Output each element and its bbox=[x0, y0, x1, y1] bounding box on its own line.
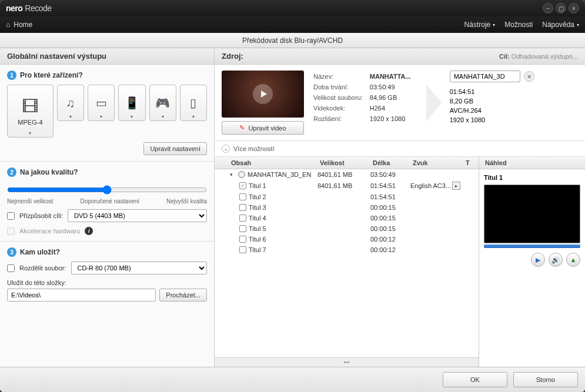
pencil-icon: ✎ bbox=[239, 124, 245, 132]
chevron-down-icon: ▾ bbox=[192, 114, 195, 119]
options-menu[interactable]: Možnosti bbox=[504, 21, 533, 29]
gamepad-icon: 🎮 bbox=[155, 96, 170, 110]
col-content[interactable]: Obsah bbox=[219, 159, 317, 166]
save-path-input[interactable] bbox=[7, 289, 156, 301]
source-meta: Název:MANHATTA... Doba trvání:03:50:49 V… bbox=[312, 71, 418, 125]
footer: OK Storno bbox=[0, 367, 585, 392]
device-mpeg4-label: MPEG-4 bbox=[18, 119, 42, 126]
split-file-checkbox[interactable] bbox=[7, 264, 15, 272]
app-logo: neroRecode bbox=[6, 4, 52, 13]
section-quality-head: 2 Na jakou kvalitu? bbox=[7, 167, 207, 177]
quality-max-label: Nejvyšší kvalita bbox=[166, 198, 207, 205]
section-device-heading: Pro které zařízení? bbox=[20, 71, 83, 79]
preview-title: Titul 1 bbox=[484, 174, 580, 181]
maximize-button[interactable]: ▢ bbox=[556, 3, 566, 14]
horizontal-scrollbar[interactable]: ••• bbox=[215, 357, 479, 367]
edit-settings-button[interactable]: Upravit nastavení bbox=[143, 142, 207, 155]
title-checkbox[interactable] bbox=[239, 204, 246, 211]
section-save-heading: Kam uložit? bbox=[20, 248, 60, 256]
device-tv[interactable]: ▭▾ bbox=[88, 85, 115, 121]
film-icon: 🎞 bbox=[22, 97, 38, 116]
tree-item[interactable]: Titul 400:00:15 bbox=[215, 213, 479, 223]
col-size[interactable]: Velikost bbox=[317, 159, 370, 166]
section-device: 1 Pro které zařízení? 🎞 MPEG-4 ▾ ♫▾ ▭▾ 📱… bbox=[0, 65, 214, 162]
preview-play-button[interactable]: ▶ bbox=[531, 253, 545, 267]
minimize-button[interactable]: − bbox=[543, 3, 553, 14]
device-game[interactable]: 🎮▾ bbox=[149, 85, 176, 121]
tree-item[interactable]: Titul 700:00:12 bbox=[215, 244, 479, 255]
tree-item[interactable]: Titul 600:00:12 bbox=[215, 234, 479, 244]
src-duration: 03:50:49 bbox=[370, 82, 417, 92]
device-mpeg4[interactable]: 🎞 MPEG-4 ▾ bbox=[7, 85, 54, 138]
expand-icon: ▾ bbox=[230, 172, 236, 177]
device-phone[interactable]: 📱▾ bbox=[118, 85, 145, 121]
src-res: 1920 x 1080 bbox=[370, 114, 417, 123]
title-checkbox[interactable] bbox=[239, 193, 246, 200]
src-vcodec: H264 bbox=[370, 103, 417, 113]
browse-button[interactable]: Procházet... bbox=[159, 289, 207, 301]
fit-target-checkbox[interactable] bbox=[7, 212, 15, 220]
device-audio[interactable]: ♫▾ bbox=[57, 85, 84, 121]
tree-item[interactable]: Titul 201:54:51 bbox=[215, 192, 479, 202]
play-icon bbox=[253, 84, 273, 104]
cancel-button[interactable]: Storno bbox=[513, 372, 578, 387]
content-area: Globální nastavení výstupu 1 Pro které z… bbox=[0, 48, 585, 367]
source-heading: Zdroj: bbox=[222, 52, 243, 61]
col-audio[interactable]: Zvuk bbox=[410, 159, 463, 166]
source-body: ✎ Upravit video Název:MANHATTA... Doba t… bbox=[215, 65, 585, 141]
ok-button[interactable]: OK bbox=[443, 372, 507, 387]
preview-up-button[interactable]: ▲ bbox=[566, 253, 580, 267]
device-player[interactable]: ▯▾ bbox=[180, 85, 207, 121]
tools-menu[interactable]: Nástroje▾ bbox=[464, 21, 496, 29]
close-button[interactable]: × bbox=[569, 3, 579, 14]
title-checkbox[interactable] bbox=[239, 225, 246, 232]
tree-root[interactable]: ▾ MANHATTAN_3D_EN8401,61 MB03:50:49 bbox=[215, 169, 479, 180]
title-checkbox[interactable] bbox=[239, 215, 246, 222]
target-heading: Cíl: Odhadovaná výstupn... bbox=[499, 53, 578, 60]
preview-audio-button[interactable]: 🔊 bbox=[549, 253, 563, 267]
fit-target-label: Přizpůsobit cíli: bbox=[19, 212, 63, 219]
tree-item[interactable]: Titul 500:00:15 bbox=[215, 223, 479, 234]
disc-icon bbox=[238, 171, 245, 178]
preview-heading: Náhled bbox=[479, 157, 585, 169]
section-device-head: 1 Pro které zařízení? bbox=[7, 71, 207, 80]
col-length[interactable]: Délka bbox=[370, 159, 410, 166]
lower-area: Obsah Velikost Délka Zvuk T ▾ MANHATTAN_… bbox=[215, 157, 585, 367]
help-menu[interactable]: Nápověda▾ bbox=[542, 21, 579, 29]
info-icon[interactable]: i bbox=[85, 227, 93, 235]
page-title: Překódovat disk Blu-ray/AVCHD bbox=[242, 36, 343, 45]
tree-header: Obsah Velikost Délka Zvuk T bbox=[215, 157, 479, 169]
preview-video bbox=[484, 185, 580, 243]
edit-video-button[interactable]: ✎ Upravit video bbox=[222, 121, 304, 135]
tree-item[interactable]: ✓ Titul 18401,61 MB01:54:51English AC3..… bbox=[215, 180, 479, 192]
col-t[interactable]: T bbox=[463, 159, 474, 166]
dest-name-input[interactable] bbox=[450, 71, 520, 82]
dst-filesize: 8,20 GB bbox=[450, 98, 534, 105]
toolbar: Překódovat disk Blu-ray/AVCHD bbox=[0, 33, 585, 48]
music-icon: ♫ bbox=[66, 96, 75, 110]
arrow-right-icon bbox=[426, 84, 442, 122]
save-to-label: Uložit do této složky: bbox=[7, 279, 207, 286]
product-text: Recode bbox=[25, 4, 51, 13]
title-checkbox[interactable] bbox=[239, 236, 246, 243]
section-save: 3 Kam uložit? Rozdělit soubor: CD-R 80 (… bbox=[0, 242, 214, 367]
title-tree: Obsah Velikost Délka Zvuk T ▾ MANHATTAN_… bbox=[215, 157, 479, 367]
titlebar: neroRecode − ▢ × bbox=[0, 0, 585, 16]
title-checkbox[interactable] bbox=[239, 246, 246, 253]
chevron-down-icon: ▾ bbox=[577, 22, 579, 28]
title-checkbox[interactable]: ✓ bbox=[239, 182, 246, 189]
tree-item[interactable]: Titul 300:00:15 bbox=[215, 202, 479, 213]
quality-slider[interactable] bbox=[7, 185, 207, 195]
home-label: Home bbox=[14, 21, 32, 29]
video-thumbnail[interactable] bbox=[222, 71, 304, 118]
split-file-select[interactable]: CD-R 80 (700 MB) bbox=[71, 262, 208, 274]
clear-dest-button[interactable]: ✕ bbox=[524, 71, 534, 82]
chevron-down-icon: ▾ bbox=[162, 114, 164, 119]
preview-progress[interactable] bbox=[484, 244, 580, 248]
audio-dropdown-icon[interactable]: ▸ bbox=[452, 182, 460, 190]
chevron-down-icon: ▾ bbox=[69, 114, 72, 119]
fit-target-select[interactable]: DVD 5 (4403 MB) bbox=[68, 209, 207, 222]
home-button[interactable]: ⌂ Home bbox=[6, 21, 32, 29]
more-options-toggle[interactable]: ⌄ Více možností bbox=[215, 141, 585, 157]
dest-meta: ✕ 01:54:51 8,20 GB AVC/H.264 1920 x 1080 bbox=[450, 71, 534, 123]
